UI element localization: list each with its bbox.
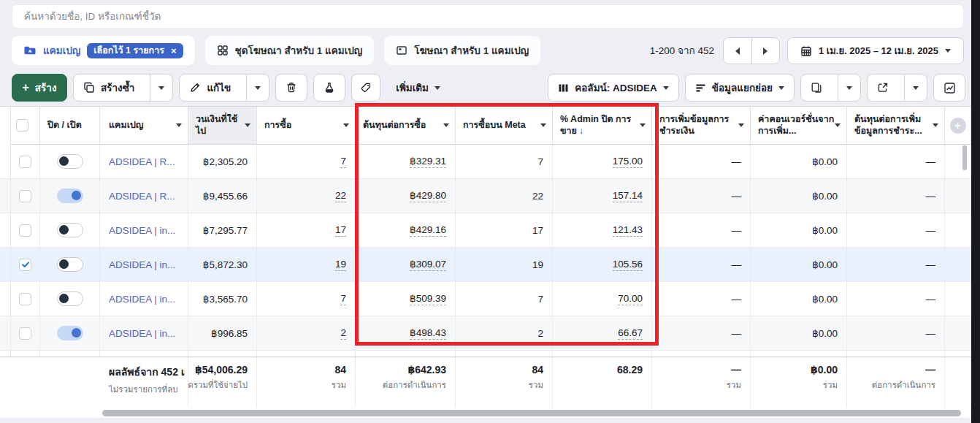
horizontal-scrollbar[interactable]: [102, 410, 961, 416]
next-page-button[interactable]: [751, 38, 780, 64]
header-admin-close-rate[interactable]: % Admin ปิด การขาย↓: [553, 107, 652, 145]
campaign-name-cell[interactable]: ADSIDEA | in...: [100, 248, 188, 281]
row-checkbox[interactable]: [19, 156, 31, 168]
export-main[interactable]: [868, 75, 898, 101]
breakdown-label: ข้อมูลแยกย่อย: [712, 80, 773, 96]
row-select-cell[interactable]: [10, 316, 40, 350]
date-range-button[interactable]: 1 เม.ย. 2025 – 12 เม.ย. 2025: [787, 37, 964, 64]
row-checkbox[interactable]: [19, 327, 31, 340]
campaign-name-link[interactable]: ADSIDEA | R...: [109, 191, 175, 202]
reports-menu-button[interactable]: [838, 75, 860, 101]
row-toggle-cell[interactable]: [40, 248, 100, 281]
cost-per-purchase-value: ฿309.07: [410, 258, 446, 271]
sort-caret-icon[interactable]: [540, 123, 546, 127]
duplicate-main[interactable]: สร้างซ้ำ: [74, 75, 144, 101]
campaign-toggle[interactable]: [57, 154, 83, 169]
row-toggle-cell[interactable]: [40, 213, 100, 247]
vertical-scrollbar-thumb[interactable]: [962, 145, 967, 170]
table-row: ADSIDEA | in... ฿996.85 2 ฿498.43 2 66.6…: [0, 316, 971, 351]
campaign-name-link[interactable]: ADSIDEA | R...: [109, 156, 175, 167]
header-add-column[interactable]: +: [945, 107, 971, 145]
sort-caret-icon[interactable]: [245, 123, 250, 127]
chevron-down-icon: [778, 86, 784, 90]
export-button[interactable]: [867, 74, 927, 102]
edit-main[interactable]: แก้ไข: [180, 75, 240, 101]
edit-menu-button[interactable]: [246, 75, 269, 101]
more-button[interactable]: เพิ่มเติม: [386, 74, 450, 102]
header-payment-adds[interactable]: การเพิ่มข้อมูล​การชำระเงิน: [652, 107, 751, 145]
sort-caret-icon[interactable]: [933, 123, 938, 127]
row-checkbox[interactable]: [19, 224, 31, 237]
create-button[interactable]: + สร้าง: [12, 74, 67, 102]
sort-caret-icon[interactable]: [738, 123, 744, 127]
row-toggle-cell[interactable]: [40, 282, 100, 316]
search-input[interactable]: [23, 10, 953, 23]
duplicate-button[interactable]: สร้างซ้ำ: [73, 74, 173, 102]
ads-card-icon: [396, 45, 407, 56]
delete-button[interactable]: [275, 74, 307, 102]
header-purchases[interactable]: การซื้อ: [257, 107, 356, 145]
clear-selection-icon[interactable]: ×: [171, 46, 177, 56]
row-checkbox[interactable]: [19, 293, 31, 305]
tab-adsets[interactable]: ชุดโฆษณา สำหรับ 1 แคมเปญ: [205, 36, 375, 65]
row-select-cell[interactable]: [10, 145, 40, 178]
campaign-name-cell[interactable]: ADSIDEA | in...: [100, 316, 188, 350]
campaign-name-link[interactable]: ADSIDEA | in...: [109, 225, 175, 236]
duplicate-menu-button[interactable]: [150, 75, 172, 101]
campaign-toggle[interactable]: [57, 326, 83, 340]
header-campaign[interactable]: แคมเปญ: [100, 107, 188, 145]
campaign-toggle[interactable]: [57, 223, 83, 237]
row-select-cell[interactable]: [10, 179, 40, 213]
campaign-name-cell[interactable]: ADSIDEA | R...: [100, 145, 188, 178]
sort-caret-icon[interactable]: [343, 123, 349, 127]
tag-button[interactable]: [351, 74, 380, 102]
campaign-name-cell[interactable]: ADSIDEA | R...: [100, 179, 188, 213]
row-checkbox[interactable]: [19, 259, 31, 271]
add-column-icon[interactable]: +: [950, 118, 966, 134]
campaign-name-link[interactable]: ADSIDEA | in...: [109, 328, 175, 339]
reports-main[interactable]: [801, 75, 832, 101]
campaign-name-cell[interactable]: ADSIDEA | in...: [100, 213, 188, 247]
header-conversion-value[interactable]: ค่าคอนเวอร์ชั่น​จากการเพิ่ม...: [751, 107, 847, 145]
admin-close-rate-value: 66.67: [618, 327, 643, 340]
header-amount-spent[interactable]: วนเงินที่ใช้​ไป: [188, 107, 257, 145]
export-menu-button[interactable]: [904, 75, 927, 101]
toggle-knob: [59, 294, 69, 303]
sort-caret-icon[interactable]: [835, 123, 841, 127]
header-meta-purchases[interactable]: การซื้อบน Meta: [456, 107, 553, 145]
sort-caret-icon[interactable]: [640, 123, 646, 127]
header-select-all[interactable]: [10, 107, 40, 145]
select-all-checkbox[interactable]: [16, 119, 28, 132]
row-toggle-cell[interactable]: [40, 179, 100, 213]
row-select-cell[interactable]: [10, 213, 40, 247]
tab-ads[interactable]: โฆษณา สำหรับ 1 แคมเปญ: [384, 36, 540, 65]
columns-button[interactable]: คอลัมน์: ADSIDEA: [548, 74, 679, 102]
row-checkbox[interactable]: [19, 190, 31, 202]
tab-campaigns[interactable]: แคมเปญ เลือกไว้ 1 รายการ ×: [12, 36, 195, 65]
campaign-toggle[interactable]: [57, 257, 83, 272]
charts-button[interactable]: [933, 74, 965, 102]
row-extra-cell: [945, 145, 971, 178]
campaign-name-link[interactable]: ADSIDEA | in...: [109, 259, 175, 270]
campaign-name-cell[interactable]: ADSIDEA | in...: [100, 282, 188, 316]
breakdown-button[interactable]: ข้อมูลแยกย่อย: [685, 74, 795, 102]
campaign-name-link[interactable]: ADSIDEA | in...: [109, 294, 175, 305]
amount-spent-cell: ฿996.85: [188, 316, 257, 350]
header-cost-per-purchase[interactable]: ต้นทุนต่อการซื้อ: [356, 107, 456, 145]
selection-badge[interactable]: เลือกไว้ 1 รายการ ×: [87, 43, 183, 58]
row-toggle-cell[interactable]: [40, 316, 100, 350]
prev-page-button[interactable]: [724, 38, 751, 64]
row-select-cell[interactable]: [10, 248, 40, 281]
campaign-toggle[interactable]: [57, 291, 83, 306]
edit-button[interactable]: แก้ไข: [179, 74, 269, 102]
header-cost-per-payment-add[interactable]: ต้นทุนต่อการเพิ่ม​ข้อมูลการชำระ...: [847, 107, 945, 145]
header-admin-close-label: % Admin ปิด การขาย: [560, 114, 631, 136]
cost-per-purchase-cell: ฿329.31: [356, 145, 456, 178]
sort-caret-icon[interactable]: [443, 123, 449, 127]
row-toggle-cell[interactable]: [40, 145, 100, 178]
ab-test-button[interactable]: [313, 74, 345, 102]
campaign-toggle[interactable]: [57, 188, 83, 203]
row-select-cell[interactable]: [10, 282, 40, 316]
reports-button[interactable]: [800, 74, 861, 102]
sort-caret-icon[interactable]: [176, 123, 182, 127]
